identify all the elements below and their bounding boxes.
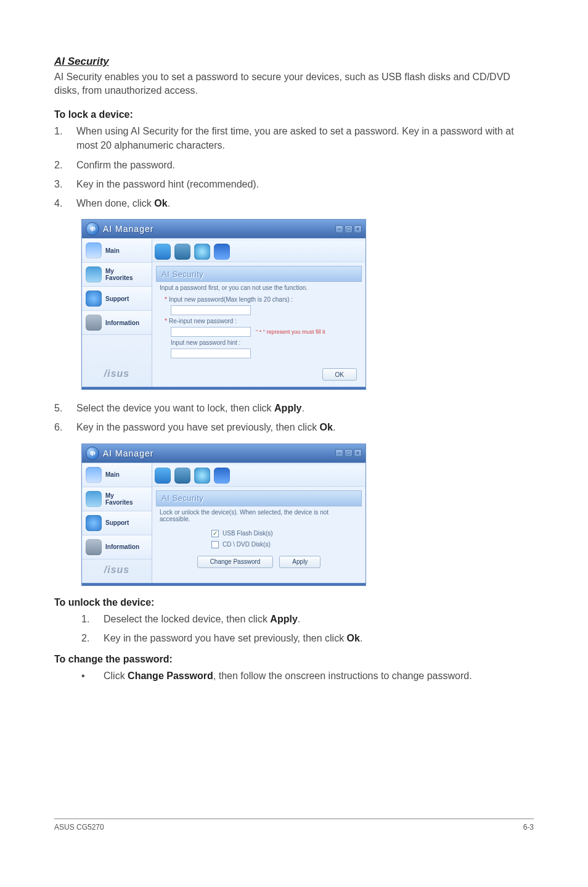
tool-icon[interactable] — [174, 468, 190, 484]
password-hint-input[interactable] — [171, 349, 251, 358]
reinput-password-input[interactable] — [171, 327, 251, 337]
list-item: 5. Select the device you want to lock, t… — [54, 401, 534, 415]
required-star-icon: * — [165, 318, 167, 324]
lock-steps-list: 1. When using AI Security for the first … — [54, 124, 534, 210]
sidebar-item-favorites[interactable]: My Favorites — [82, 487, 152, 511]
maximize-button[interactable]: □ — [345, 225, 353, 233]
content-title: AI Security — [156, 490, 362, 506]
sidebar-item-label: My Favorites — [105, 492, 133, 506]
unlock-steps-list: 1. Deselect the locked device, then clic… — [81, 612, 534, 645]
sidebar-item-favorites[interactable]: My Favorites — [82, 263, 152, 287]
tool-icon[interactable] — [155, 244, 171, 260]
list-item: 3. Key in the password hint (recommended… — [54, 177, 534, 191]
support-icon — [86, 515, 102, 531]
list-item: 1. Deselect the locked device, then clic… — [81, 612, 534, 626]
sidebar-item-information[interactable]: Information — [82, 535, 152, 559]
form-label-newpw: * Input new password(Max length is 20 ch… — [165, 296, 362, 303]
ai-security-intro: AI Security enables you to set a passwor… — [54, 70, 534, 97]
sidebar-item-label: My Favorites — [105, 268, 133, 281]
sidebar-item-label: Main — [105, 471, 120, 478]
tool-icon[interactable] — [174, 244, 190, 260]
step-text: Key in the password you have set previou… — [104, 631, 362, 645]
new-password-input[interactable] — [171, 305, 251, 315]
close-button[interactable]: × — [354, 449, 362, 457]
bullet-icon: • — [81, 669, 104, 683]
form-row — [171, 349, 362, 358]
required-hint: " * " represent you must fill it — [256, 329, 325, 335]
list-item: 2. Key in the password you have set prev… — [81, 631, 534, 645]
ai-manager-window: ၈ AI Manager – □ × Main My Favorites — [81, 219, 366, 390]
step-number: 2. — [81, 631, 104, 645]
tool-icon[interactable] — [194, 468, 210, 484]
list-item: 1. When using AI Security for the first … — [54, 124, 534, 152]
button-row: OK — [156, 368, 362, 381]
list-item: 4. When done, click Ok. — [54, 196, 534, 210]
window-bottom-border — [82, 583, 365, 585]
tool-icon[interactable] — [214, 244, 230, 260]
favorites-icon — [86, 266, 102, 283]
sidebar-brand: /isus — [82, 559, 152, 583]
step-number: 2. — [54, 158, 76, 172]
step-text: Confirm the password. — [76, 158, 175, 172]
unlock-device-heading: To unlock the device: — [54, 597, 534, 608]
cd-label: CD \ DVD Disk(s) — [223, 541, 271, 548]
step-number: 5. — [54, 401, 76, 415]
information-icon — [86, 539, 102, 555]
step-number: 1. — [54, 124, 76, 152]
favorites-icon — [86, 491, 102, 507]
change-password-button[interactable]: Change Password — [197, 556, 274, 568]
content-pane: AI Security Lock or unlock the device(s)… — [152, 463, 365, 583]
sidebar-item-label: Information — [105, 543, 139, 550]
support-icon — [86, 291, 102, 307]
step-text: Key in the password hint (recommended). — [76, 177, 259, 191]
step-text: Select the device you want to lock, then… — [76, 401, 304, 415]
step-number: 3. — [54, 177, 76, 191]
form-row: " * " represent you must fill it — [171, 327, 362, 337]
usb-checkbox[interactable]: ✓ — [211, 530, 219, 537]
window-body: Main My Favorites Support Information — [82, 238, 365, 387]
step-number: 1. — [81, 612, 104, 626]
sidebar-item-support[interactable]: Support — [82, 287, 152, 311]
tool-icon[interactable] — [214, 468, 230, 484]
required-star-icon: * — [165, 296, 167, 303]
sidebar-item-information[interactable]: Information — [82, 311, 152, 335]
usb-checkbox-row: ✓ USB Flash Disk(s) — [211, 530, 362, 537]
cd-checkbox-row: CD \ DVD Disk(s) — [211, 541, 362, 548]
screenshot-ai-manager-lock: ၈ AI Manager – □ × Main My Favorites — [54, 444, 534, 586]
list-item: 6. Key in the password you have set prev… — [54, 420, 534, 434]
main-icon — [86, 467, 102, 483]
step-text: Key in the password you have set previou… — [76, 420, 335, 434]
apply-button[interactable]: Apply — [279, 556, 321, 568]
usb-label: USB Flash Disk(s) — [223, 530, 273, 537]
main-icon — [86, 242, 102, 258]
close-button[interactable]: × — [354, 225, 362, 233]
window-bottom-border — [82, 387, 365, 389]
window-buttons: – □ × — [335, 449, 362, 457]
sidebar-item-label: Main — [105, 247, 120, 254]
ok-button[interactable]: OK — [322, 368, 357, 381]
window-title: AI Manager — [103, 224, 335, 234]
step-text: Deselect the locked device, then click A… — [104, 612, 300, 626]
information-icon — [86, 315, 102, 331]
maximize-button[interactable]: □ — [345, 449, 353, 457]
change-password-heading: To change the password: — [54, 654, 534, 665]
sidebar-item-support[interactable]: Support — [82, 511, 152, 535]
content-pane: AI Security Input a password first, or y… — [152, 239, 365, 387]
form-label-reinput: * Re-input new password : — [165, 318, 362, 324]
list-item: 2. Confirm the password. — [54, 158, 534, 172]
cd-checkbox[interactable] — [211, 541, 219, 548]
sidebar-item-main[interactable]: Main — [82, 239, 152, 263]
minimize-button[interactable]: – — [335, 449, 343, 457]
footer-left: ASUS CG5270 — [54, 823, 104, 831]
toolbar — [152, 241, 365, 262]
content-description: Lock or unlock the device(s). When selec… — [156, 506, 362, 526]
bullet-text: Click Change Password, then follow the o… — [104, 669, 472, 683]
ai-security-heading: AI Security — [54, 56, 534, 68]
sidebar: Main My Favorites Support Information — [82, 239, 152, 387]
minimize-button[interactable]: – — [335, 225, 343, 233]
window-titlebar: ၈ AI Manager – □ × — [82, 220, 365, 238]
tool-icon[interactable] — [155, 468, 171, 484]
sidebar-item-main[interactable]: Main — [82, 463, 152, 487]
tool-icon[interactable] — [194, 244, 210, 260]
step-text: When using AI Security for the first tim… — [76, 124, 534, 152]
